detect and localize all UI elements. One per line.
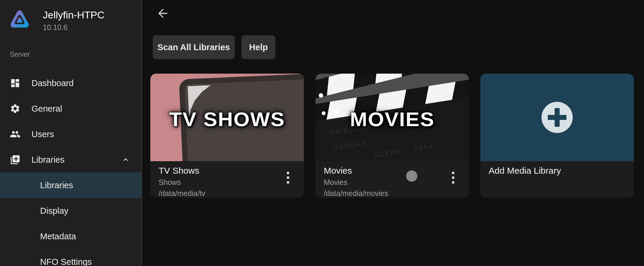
sidebar-item-libraries[interactable]: Libraries xyxy=(0,147,141,172)
card-footer: Add Media Library xyxy=(480,161,634,198)
server-name: Jellyfin-HTPC xyxy=(43,9,105,21)
main-content: Scan All Libraries Help TV SHOWS TV Show… xyxy=(143,0,644,266)
jellyfin-logo-icon xyxy=(10,9,30,30)
sidebar-subitem-label: NFO Settings xyxy=(40,257,92,266)
library-add-icon xyxy=(10,154,20,165)
sidebar-item-label: Dashboard xyxy=(31,78,74,88)
scan-all-libraries-button[interactable]: Scan All Libraries xyxy=(153,35,235,59)
jellyfin-admin-page: Jellyfin-HTPC 10.10.6 Server Dashboard G… xyxy=(0,0,644,266)
add-media-library-card[interactable]: Add Media Library xyxy=(480,74,634,198)
hinge-dot xyxy=(319,93,323,98)
back-button[interactable] xyxy=(156,7,171,21)
clapperboard-label: SCENE xyxy=(373,147,402,160)
library-type: Shows xyxy=(159,178,296,187)
sidebar-section-label: Server xyxy=(10,50,30,58)
sidebar-item-general[interactable]: General xyxy=(0,96,141,121)
sidebar-item-label: Users xyxy=(31,129,54,139)
library-path: /data/media/tv xyxy=(159,189,296,198)
library-title: TV Shows xyxy=(159,165,296,176)
dashboard-icon xyxy=(10,78,20,88)
brand-text: Jellyfin-HTPC 10.10.6 xyxy=(43,9,105,32)
sidebar-subitem-label: Display xyxy=(40,206,68,216)
movies-artwork: TITLE DIRECTOR CAMERA SCENE TAKE MOVIES xyxy=(315,74,469,161)
add-library-artwork xyxy=(480,74,634,161)
library-path: /data/media/movies xyxy=(324,189,461,198)
sidebar-subitem-label: Metadata xyxy=(40,232,76,241)
movies-artwork-text: MOVIES xyxy=(315,108,469,131)
help-button[interactable]: Help xyxy=(241,35,275,59)
card-footer: TV Shows Shows /data/media/tv xyxy=(150,161,304,198)
server-version: 10.10.6 xyxy=(43,23,105,32)
sidebar: Jellyfin-HTPC 10.10.6 Server Dashboard G… xyxy=(0,0,142,266)
library-card-movies[interactable]: TITLE DIRECTOR CAMERA SCENE TAKE MOVIES … xyxy=(315,74,469,198)
tv-shows-artwork: TV SHOWS xyxy=(150,74,304,161)
clapperboard-label: TAKE xyxy=(413,141,435,153)
card-footer: Movies Movies /data/media/movies xyxy=(315,161,469,198)
sidebar-item-users[interactable]: Users xyxy=(0,121,141,147)
library-card-tv-shows[interactable]: TV SHOWS TV Shows Shows /data/media/tv xyxy=(150,74,304,198)
server-brand: Jellyfin-HTPC 10.10.6 xyxy=(10,9,105,32)
more-vert-icon[interactable] xyxy=(447,170,459,186)
tv-shows-artwork-text: TV SHOWS xyxy=(150,108,304,131)
sidebar-item-dashboard[interactable]: Dashboard xyxy=(0,70,141,96)
clapperboard-label: CAMERA xyxy=(332,139,368,152)
more-vert-icon[interactable] xyxy=(282,170,294,186)
gear-icon xyxy=(10,103,20,114)
sidebar-subitem-display[interactable]: Display xyxy=(0,198,141,224)
sidebar-subitem-metadata[interactable]: Metadata xyxy=(0,224,141,249)
sidebar-subitem-libraries[interactable]: Libraries xyxy=(0,172,141,198)
library-type: Movies xyxy=(324,178,461,187)
sidebar-menu: Dashboard General Users Libraries xyxy=(0,70,141,266)
sidebar-subitem-label: Libraries xyxy=(40,180,73,190)
add-library-label: Add Media Library xyxy=(489,165,626,176)
sidebar-subitem-nfo-settings[interactable]: NFO Settings xyxy=(0,249,141,266)
library-title: Movies xyxy=(324,165,461,176)
scan-progress-indicator xyxy=(406,170,417,182)
sidebar-item-label: General xyxy=(31,104,62,114)
plus-icon xyxy=(542,102,573,133)
arrow-back-icon xyxy=(156,7,170,20)
sidebar-item-label: Libraries xyxy=(31,155,64,165)
chevron-up-icon[interactable] xyxy=(121,155,130,164)
users-icon xyxy=(10,129,20,140)
